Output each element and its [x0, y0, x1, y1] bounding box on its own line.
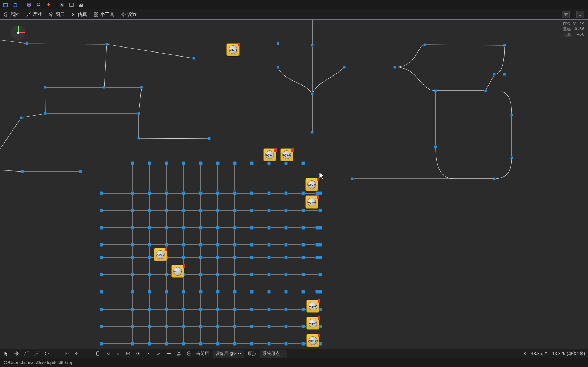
map-node[interactable]: [165, 161, 168, 165]
map-node[interactable]: [199, 342, 203, 346]
map-node[interactable]: [165, 308, 168, 311]
map-node[interactable]: [503, 73, 506, 76]
map-node[interactable]: [182, 342, 185, 346]
map-node[interactable]: [140, 86, 143, 89]
map-node[interactable]: [284, 342, 288, 346]
map-node[interactable]: [284, 273, 288, 276]
agv-unit[interactable]: Agv-8: [306, 300, 319, 313]
map-node[interactable]: [267, 256, 271, 259]
map-node[interactable]: [301, 226, 305, 230]
agv-unit[interactable]: Agv-4: [305, 195, 318, 209]
map-node[interactable]: [267, 226, 271, 230]
map-node[interactable]: [131, 209, 134, 212]
map-node[interactable]: [199, 308, 203, 311]
map-node[interactable]: [182, 226, 185, 230]
map-node[interactable]: [148, 308, 151, 311]
map-node[interactable]: [315, 191, 319, 195]
map-node[interactable]: [131, 342, 134, 346]
circle-tool-icon[interactable]: [44, 350, 50, 357]
map-node[interactable]: [250, 342, 254, 346]
map-node[interactable]: [301, 209, 305, 212]
map-node[interactable]: [233, 191, 237, 195]
map-node[interactable]: [284, 191, 288, 195]
map-node[interactable]: [216, 243, 220, 247]
map-node[interactable]: [192, 57, 195, 60]
map-node[interactable]: [21, 170, 24, 173]
map-node[interactable]: [165, 290, 168, 294]
map-node[interactable]: [216, 161, 220, 165]
agv-unit[interactable]: Agv-6: [280, 148, 293, 161]
map-node[interactable]: [100, 308, 103, 311]
map-node[interactable]: [267, 209, 271, 212]
map-node[interactable]: [100, 209, 103, 212]
map-node[interactable]: [182, 290, 185, 294]
map-node[interactable]: [199, 226, 203, 230]
map-node[interactable]: [182, 191, 185, 195]
agv-unit[interactable]: Agv-1: [226, 43, 240, 56]
map-node[interactable]: [165, 191, 168, 195]
font-tool-icon[interactable]: A: [115, 350, 121, 357]
map-node[interactable]: [233, 256, 237, 259]
map-node[interactable]: [315, 243, 319, 247]
map-node[interactable]: [165, 342, 168, 346]
map-node[interactable]: [267, 243, 271, 247]
map-node[interactable]: [284, 161, 288, 165]
map-node[interactable]: [284, 308, 288, 311]
map-node[interactable]: [165, 325, 168, 328]
map-node[interactable]: [148, 243, 151, 247]
map-node[interactable]: [182, 308, 185, 311]
map-node[interactable]: [208, 137, 211, 140]
map-node[interactable]: [79, 170, 82, 173]
map-node[interactable]: [199, 290, 203, 294]
image-icon[interactable]: [78, 1, 84, 8]
pointer-tool-icon[interactable]: [3, 350, 9, 357]
map-node[interactable]: [199, 273, 203, 276]
map-node[interactable]: [493, 73, 496, 76]
map-node[interactable]: [199, 256, 203, 259]
map-node[interactable]: [233, 290, 237, 294]
map-node[interactable]: [216, 273, 220, 276]
map-node[interactable]: [510, 114, 513, 116]
map-node[interactable]: [100, 256, 103, 259]
target-tool-icon[interactable]: [13, 350, 20, 357]
map-node[interactable]: [216, 325, 220, 328]
map-node[interactable]: [137, 137, 140, 140]
map-node[interactable]: [182, 161, 185, 165]
map-node[interactable]: [233, 342, 237, 346]
map-node[interactable]: [131, 273, 134, 276]
map-node[interactable]: [137, 112, 140, 115]
map-node[interactable]: [351, 177, 354, 180]
map-node[interactable]: [148, 191, 151, 195]
map-node[interactable]: [131, 226, 134, 230]
map-node[interactable]: [148, 273, 151, 276]
map-node[interactable]: [301, 161, 305, 165]
map-node[interactable]: [267, 290, 271, 294]
agv-unit[interactable]: Agv-7: [263, 148, 276, 161]
undo-tool-icon[interactable]: [74, 350, 81, 357]
file-icon[interactable]: [2, 1, 9, 8]
map-node[interactable]: [393, 66, 396, 69]
map-node[interactable]: [44, 112, 47, 115]
map-node[interactable]: [20, 116, 23, 119]
map-node[interactable]: [148, 290, 151, 294]
menu-layers[interactable]: 图层: [49, 11, 65, 18]
map-node[interactable]: [250, 290, 254, 294]
map-node[interactable]: [216, 256, 220, 259]
map-node[interactable]: [233, 325, 237, 328]
minus-tool-icon[interactable]: [166, 350, 172, 357]
map-node[interactable]: [233, 273, 237, 276]
line-tool-icon[interactable]: [54, 350, 60, 357]
map-node[interactable]: [199, 209, 203, 212]
map-node[interactable]: [100, 325, 103, 328]
menu-simulation[interactable]: 仿真: [71, 11, 87, 18]
map-node[interactable]: [199, 243, 203, 247]
map-node[interactable]: [277, 66, 279, 69]
map-node[interactable]: [216, 191, 220, 195]
agv-unit[interactable]: Agv-9: [306, 317, 319, 330]
compass-gizmo[interactable]: [9, 24, 27, 42]
map-node[interactable]: [131, 191, 134, 195]
map-node[interactable]: [100, 273, 103, 276]
window-icon[interactable]: [68, 1, 75, 8]
map-node[interactable]: [284, 226, 288, 230]
agv-unit[interactable]: Agv-5: [171, 265, 184, 278]
